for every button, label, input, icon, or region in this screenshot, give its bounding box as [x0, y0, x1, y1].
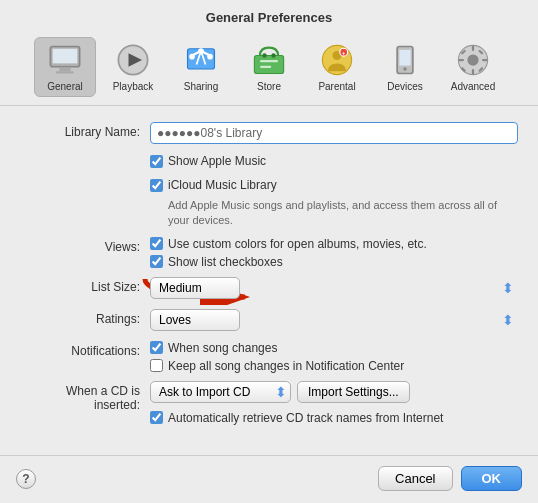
list-size-row: List Size: Small Medium Large ⬍ [20, 277, 518, 299]
toolbar-general-label: General [47, 81, 83, 92]
svg-rect-20 [399, 50, 410, 66]
show-apple-music-label: Show Apple Music [168, 154, 266, 168]
toolbar-playback-label: Playback [113, 81, 154, 92]
svg-rect-14 [260, 66, 271, 68]
svg-point-21 [403, 67, 406, 70]
toolbar: General Playback [0, 31, 538, 106]
svg-rect-3 [56, 71, 74, 73]
notifications-label: Notifications: [20, 341, 150, 358]
cd-select-wrapper: Ask to Import CD Import CD Import CD and… [150, 381, 291, 403]
cancel-button[interactable]: Cancel [378, 466, 452, 491]
icloud-music-label: iCloud Music Library [168, 178, 277, 192]
help-button[interactable]: ? [16, 469, 36, 489]
toolbar-parental[interactable]: + Parental [306, 37, 368, 97]
icloud-music-checkbox-row: iCloud Music Library [150, 178, 518, 192]
library-name-row: Library Name: [20, 122, 518, 144]
toolbar-sharing-label: Sharing [184, 81, 218, 92]
keep-all-changes-checkbox[interactable] [150, 359, 163, 372]
custom-colors-label: Use custom colors for open albums, movie… [168, 237, 427, 251]
show-apple-music-checkbox[interactable] [150, 155, 163, 168]
library-name-content [150, 122, 518, 144]
ratings-label: Ratings: [20, 309, 150, 326]
sharing-icon [183, 42, 219, 78]
show-list-checkboxes-row: Show list checkboxes [150, 255, 518, 269]
parental-icon: + [319, 42, 355, 78]
svg-point-23 [467, 54, 478, 65]
svg-point-9 [207, 54, 213, 60]
toolbar-advanced-label: Advanced [451, 81, 495, 92]
toolbar-store[interactable]: Store [238, 37, 300, 97]
svg-point-11 [262, 53, 267, 58]
toolbar-store-label: Store [257, 81, 281, 92]
cd-action-select[interactable]: Ask to Import CD Import CD Import CD and… [150, 381, 291, 403]
auto-retrieve-label: Automatically retrieve CD track names fr… [168, 411, 443, 425]
ok-button[interactable]: OK [461, 466, 523, 491]
when-song-changes-row: When song changes [150, 341, 518, 355]
library-name-label: Library Name: [20, 122, 150, 139]
show-list-checkboxes-label: Show list checkboxes [168, 255, 283, 269]
show-list-checkboxes-checkbox[interactable] [150, 255, 163, 268]
show-apple-music-checkbox-row: Show Apple Music [150, 154, 518, 168]
list-size-arrow: ⬍ [502, 281, 514, 295]
toolbar-advanced[interactable]: Advanced [442, 37, 504, 97]
main-content: Library Name: Show Apple Music iCloud Mu… [0, 106, 538, 455]
svg-rect-2 [59, 68, 70, 71]
when-song-changes-label: When song changes [168, 341, 277, 355]
svg-point-8 [189, 54, 195, 60]
preferences-window: General Preferences General Playba [0, 0, 538, 503]
svg-point-12 [271, 53, 276, 58]
icloud-note: Add Apple Music songs and playlists, and… [168, 198, 518, 229]
svg-rect-10 [254, 56, 283, 74]
svg-rect-26 [458, 59, 464, 61]
store-icon [251, 42, 287, 78]
show-apple-music-row: Show Apple Music [20, 154, 518, 168]
when-song-changes-checkbox[interactable] [150, 341, 163, 354]
custom-colors-checkbox[interactable] [150, 237, 163, 250]
svg-rect-25 [472, 69, 474, 75]
auto-retrieve-checkbox[interactable] [150, 411, 163, 424]
toolbar-devices[interactable]: Devices [374, 37, 436, 97]
list-size-select-wrapper: Small Medium Large ⬍ [150, 277, 518, 299]
ratings-row: Ratings: Stars Loves ⬍ [20, 309, 518, 331]
keep-all-changes-row: Keep all song changes in Notification Ce… [150, 359, 518, 373]
svg-point-7 [198, 48, 204, 54]
custom-colors-row: Use custom colors for open albums, movie… [150, 237, 518, 251]
notifications-row: Notifications: When song changes Keep al… [20, 341, 518, 373]
views-label: Views: [20, 237, 150, 254]
window-title: General Preferences [0, 0, 538, 31]
toolbar-sharing[interactable]: Sharing [170, 37, 232, 97]
list-size-label: List Size: [20, 277, 150, 294]
toolbar-general[interactable]: General [34, 37, 96, 97]
toolbar-playback[interactable]: Playback [102, 37, 164, 97]
cd-inserted-row: When a CD is inserted: Ask to Import CD … [20, 381, 518, 425]
devices-icon [387, 42, 423, 78]
cd-controls-row: Ask to Import CD Import CD Import CD and… [150, 381, 518, 403]
auto-retrieve-row: Automatically retrieve CD track names fr… [150, 411, 518, 425]
svg-rect-27 [482, 59, 488, 61]
views-row: Views: Use custom colors for open albums… [20, 237, 518, 269]
advanced-icon [455, 42, 491, 78]
toolbar-devices-label: Devices [387, 81, 423, 92]
svg-rect-24 [472, 45, 474, 51]
library-name-input[interactable] [150, 122, 518, 144]
ratings-select-wrapper: Stars Loves ⬍ [150, 309, 518, 331]
bottom-bar: ? Cancel OK [0, 455, 538, 503]
import-settings-button[interactable]: Import Settings... [297, 381, 410, 403]
svg-rect-1 [53, 49, 78, 64]
list-size-select[interactable]: Small Medium Large [150, 277, 240, 299]
keep-all-changes-label: Keep all song changes in Notification Ce… [168, 359, 404, 373]
ratings-select[interactable]: Stars Loves [150, 309, 240, 331]
playback-icon [115, 42, 151, 78]
general-icon [47, 42, 83, 78]
action-buttons: Cancel OK [378, 466, 522, 491]
cd-inserted-label: When a CD is inserted: [20, 381, 150, 412]
ratings-arrow: ⬍ [502, 313, 514, 327]
svg-rect-13 [260, 60, 278, 62]
toolbar-parental-label: Parental [318, 81, 355, 92]
icloud-music-checkbox[interactable] [150, 179, 163, 192]
icloud-music-row: iCloud Music Library Add Apple Music son… [20, 178, 518, 229]
